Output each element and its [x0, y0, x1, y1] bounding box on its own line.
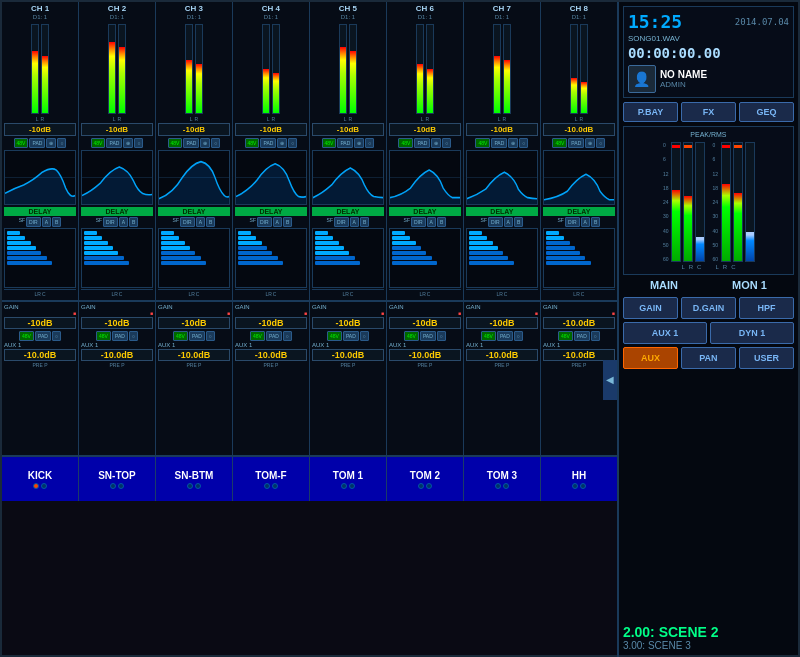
b-link-btn-6[interactable]: ○ — [437, 331, 446, 341]
b-pad-btn-4[interactable]: PAD — [266, 331, 282, 341]
user-button[interactable]: USER — [739, 347, 794, 369]
delay-a-btn-8[interactable]: A — [581, 217, 590, 227]
delay-b-btn-8[interactable]: B — [591, 217, 600, 227]
eq-area-4[interactable] — [235, 150, 307, 205]
eq-area-2[interactable] — [81, 150, 153, 205]
delay-b-btn-6[interactable]: B — [437, 217, 446, 227]
phase-btn-5[interactable]: ⊕ — [354, 138, 364, 148]
aux-button[interactable]: AUX — [623, 347, 678, 369]
delay-a-btn-2[interactable]: A — [119, 217, 128, 227]
delay-b-btn-4[interactable]: B — [283, 217, 292, 227]
hpf-button[interactable]: HPF — [739, 297, 794, 319]
b-48v-btn-7[interactable]: 48V — [481, 331, 496, 341]
phase-btn-3[interactable]: ⊕ — [200, 138, 210, 148]
b-48v-btn-1[interactable]: 48V — [19, 331, 34, 341]
b-48v-btn-3[interactable]: 48V — [173, 331, 188, 341]
b-link-btn-4[interactable]: ○ — [283, 331, 292, 341]
pbay-button[interactable]: P.BAY — [623, 102, 678, 122]
delay-a-btn-6[interactable]: A — [427, 217, 436, 227]
b-link-btn-8[interactable]: ○ — [591, 331, 600, 341]
dyn1-button[interactable]: DYN 1 — [710, 322, 794, 344]
b-48v-btn-4[interactable]: 48V — [250, 331, 265, 341]
b-48v-btn-8[interactable]: 48V — [558, 331, 573, 341]
delay-section-5[interactable]: DELAY — [312, 207, 384, 216]
mon-label[interactable]: MON 1 — [732, 279, 767, 291]
eq-area-6[interactable] — [389, 150, 461, 205]
delay-section-6[interactable]: DELAY — [389, 207, 461, 216]
delay-dir-btn-4[interactable]: DIR — [257, 217, 272, 227]
eq-area-8[interactable] — [543, 150, 615, 205]
delay-dir-btn-7[interactable]: DIR — [488, 217, 503, 227]
pan-button[interactable]: PAN — [681, 347, 736, 369]
b-pad-btn-3[interactable]: PAD — [189, 331, 205, 341]
b-link-btn-5[interactable]: ○ — [360, 331, 369, 341]
link-btn-1[interactable]: ○ — [57, 138, 66, 148]
ch-name-cell-5[interactable]: TOM 1 — [310, 457, 387, 501]
48v-btn-1[interactable]: 48V — [14, 138, 29, 148]
delay-section-8[interactable]: DELAY — [543, 207, 615, 216]
ch-name-cell-2[interactable]: SN-TOP — [79, 457, 156, 501]
b-pad-btn-7[interactable]: PAD — [497, 331, 513, 341]
b-link-btn-1[interactable]: ○ — [52, 331, 61, 341]
delay-dir-btn-8[interactable]: DIR — [565, 217, 580, 227]
delay-dir-btn-3[interactable]: DIR — [180, 217, 195, 227]
phase-btn-7[interactable]: ⊕ — [508, 138, 518, 148]
b-48v-btn-2[interactable]: 48V — [96, 331, 111, 341]
ch-name-cell-8[interactable]: HH — [541, 457, 617, 501]
48v-btn-2[interactable]: 48V — [91, 138, 106, 148]
b-pad-btn-1[interactable]: PAD — [35, 331, 51, 341]
ch-name-cell-3[interactable]: SN-BTM — [156, 457, 233, 501]
delay-dir-btn-6[interactable]: DIR — [411, 217, 426, 227]
eq-area-1[interactable] — [4, 150, 76, 205]
delay-a-btn-5[interactable]: A — [350, 217, 359, 227]
delay-b-btn-5[interactable]: B — [360, 217, 369, 227]
b-pad-btn-6[interactable]: PAD — [420, 331, 436, 341]
48v-btn-3[interactable]: 48V — [168, 138, 183, 148]
eq-area-7[interactable] — [466, 150, 538, 205]
main-label[interactable]: MAIN — [650, 279, 678, 291]
delay-section-2[interactable]: DELAY — [81, 207, 153, 216]
delay-section-3[interactable]: DELAY — [158, 207, 230, 216]
delay-dir-btn-5[interactable]: DIR — [334, 217, 349, 227]
delay-b-btn-2[interactable]: B — [129, 217, 138, 227]
geq-button[interactable]: GEQ — [739, 102, 794, 122]
aux1-ctrl-button[interactable]: AUX 1 — [623, 322, 707, 344]
delay-section-4[interactable]: DELAY — [235, 207, 307, 216]
delay-dir-btn-2[interactable]: DIR — [103, 217, 118, 227]
ch-name-cell-4[interactable]: TOM-F — [233, 457, 310, 501]
ch-name-cell-6[interactable]: TOM 2 — [387, 457, 464, 501]
pad-btn-3[interactable]: PAD — [183, 138, 199, 148]
b-48v-btn-6[interactable]: 48V — [404, 331, 419, 341]
link-btn-3[interactable]: ○ — [211, 138, 220, 148]
pad-btn-4[interactable]: PAD — [260, 138, 276, 148]
link-btn-5[interactable]: ○ — [365, 138, 374, 148]
48v-btn-4[interactable]: 48V — [245, 138, 260, 148]
pad-btn-6[interactable]: PAD — [414, 138, 430, 148]
delay-dir-btn-1[interactable]: DIR — [26, 217, 41, 227]
phase-btn-1[interactable]: ⊕ — [46, 138, 56, 148]
delay-a-btn-4[interactable]: A — [273, 217, 282, 227]
phase-btn-2[interactable]: ⊕ — [123, 138, 133, 148]
link-btn-4[interactable]: ○ — [288, 138, 297, 148]
dgain-button[interactable]: D.GAIN — [681, 297, 736, 319]
collapse-arrow[interactable]: ◀ — [603, 360, 617, 400]
48v-btn-8[interactable]: 48V — [552, 138, 567, 148]
pad-btn-1[interactable]: PAD — [29, 138, 45, 148]
eq-area-3[interactable] — [158, 150, 230, 205]
delay-b-btn-1[interactable]: B — [52, 217, 61, 227]
48v-btn-6[interactable]: 48V — [398, 138, 413, 148]
pad-btn-8[interactable]: PAD — [568, 138, 584, 148]
b-link-btn-7[interactable]: ○ — [514, 331, 523, 341]
link-btn-2[interactable]: ○ — [134, 138, 143, 148]
b-link-btn-2[interactable]: ○ — [129, 331, 138, 341]
delay-a-btn-7[interactable]: A — [504, 217, 513, 227]
link-btn-8[interactable]: ○ — [596, 138, 605, 148]
eq-area-5[interactable] — [312, 150, 384, 205]
phase-btn-8[interactable]: ⊕ — [585, 138, 595, 148]
delay-a-btn-3[interactable]: A — [196, 217, 205, 227]
pad-btn-5[interactable]: PAD — [337, 138, 353, 148]
delay-a-btn-1[interactable]: A — [42, 217, 51, 227]
ch-name-cell-7[interactable]: TOM 3 — [464, 457, 541, 501]
b-pad-btn-8[interactable]: PAD — [574, 331, 590, 341]
b-pad-btn-5[interactable]: PAD — [343, 331, 359, 341]
